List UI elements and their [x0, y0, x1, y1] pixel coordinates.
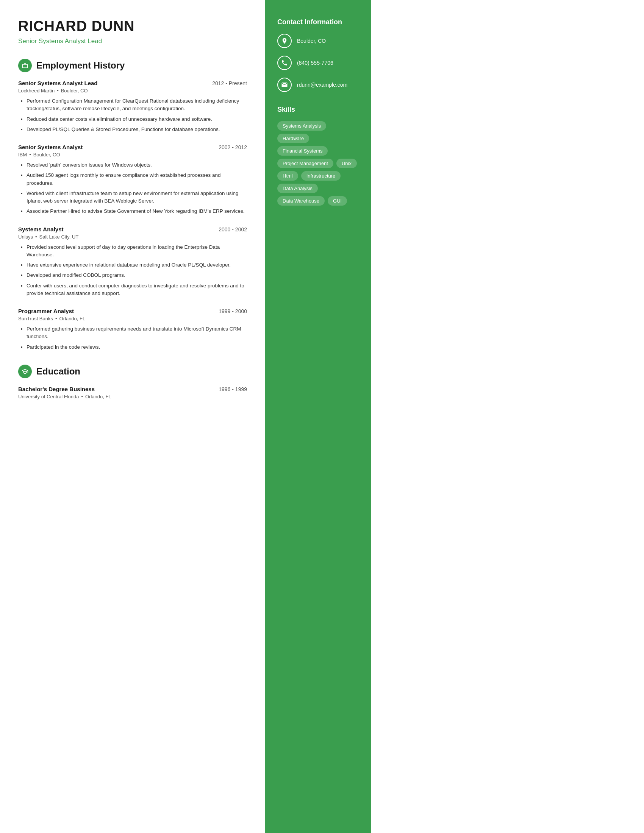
bullet: Worked with client infrastructure team t…: [27, 190, 247, 205]
job-bullets-0: Performed Configuration Management for C…: [18, 97, 247, 133]
phone-icon-wrap: [277, 56, 292, 70]
bullet: Developed PL/SQL Queries & Stored Proced…: [27, 126, 247, 133]
job-dates-0: 2012 - Present: [212, 80, 247, 86]
job-title-3: Programmer Analyst: [18, 308, 74, 314]
contact-section-title: Contact Information: [277, 18, 359, 26]
bullet: Performed Configuration Management for C…: [27, 97, 247, 113]
job-entry-1: Senior Systems Analyst 2002 - 2012 IBM •…: [18, 144, 247, 215]
education-section: Education Bachelor's Degree Business 199…: [18, 365, 247, 399]
job-title-2: Systems Analyst: [18, 226, 64, 233]
employment-icon: [18, 59, 32, 72]
skill-tag-0: Systems Analysis: [277, 121, 326, 130]
skill-tag-1: Hardware: [277, 133, 309, 143]
employment-section: Employment History Senior Systems Analys…: [18, 59, 247, 351]
job-company-2: Unisys • Salt Lake City, UT: [18, 234, 247, 240]
contact-phone: (840) 555-7706: [277, 56, 359, 70]
job-bullets-1: Resolved 'path' conversion issues for Wi…: [18, 161, 247, 215]
education-title: Education: [36, 366, 80, 377]
bullet: Audited 150 agent logs monthly to ensure…: [27, 172, 247, 187]
skill-tag-8: Data Warehouse: [277, 196, 325, 206]
bullet: Associate Partner Hired to advise State …: [27, 207, 247, 215]
bullet: Provided second level support of day to …: [27, 243, 247, 259]
bullet: Performed gathering business requirement…: [27, 325, 247, 341]
job-company-1: IBM • Boulder, CO: [18, 152, 247, 158]
skill-tag-7: Data Analysis: [277, 183, 318, 193]
education-icon: [18, 365, 32, 378]
job-bullets-3: Performed gathering business requirement…: [18, 325, 247, 351]
edu-school-0: University of Central Florida • Orlando,…: [18, 394, 247, 399]
candidate-name: RICHARD DUNN: [18, 18, 247, 34]
skill-tag-4: Unix: [336, 159, 357, 168]
job-dates-1: 2002 - 2012: [219, 144, 247, 150]
contact-email-text: rdunn@example.com: [297, 82, 348, 88]
edu-dates-0: 1996 - 1999: [219, 386, 247, 392]
job-entry-0: Senior Systems Analyst Lead 2012 - Prese…: [18, 80, 247, 133]
bullet: Developed and modified COBOL programs.: [27, 272, 247, 279]
edu-degree-0: Bachelor's Degree Business: [18, 386, 95, 392]
job-header-1: Senior Systems Analyst 2002 - 2012: [18, 144, 247, 150]
bullet: Participated in the code reviews.: [27, 343, 247, 351]
skill-tag-5: Html: [277, 171, 298, 181]
job-header-3: Programmer Analyst 1999 - 2000: [18, 308, 247, 314]
employment-title: Employment History: [36, 60, 125, 71]
bullet: Resolved 'path' conversion issues for Wi…: [27, 161, 247, 169]
main-content: RICHARD DUNN Senior Systems Analyst Lead…: [0, 0, 265, 833]
contact-email: rdunn@example.com: [277, 78, 359, 92]
sidebar: Contact Information Boulder, CO (840) 55…: [265, 0, 371, 833]
bullet: Have extensive experience in relational …: [27, 261, 247, 269]
skills-section: Skills Systems Analysis Hardware Financi…: [277, 106, 359, 206]
skill-tags-container: Systems Analysis Hardware Financial Syst…: [277, 121, 359, 206]
email-icon: [281, 81, 288, 88]
job-dates-3: 1999 - 2000: [219, 308, 247, 314]
job-title-1: Senior Systems Analyst: [18, 144, 82, 150]
location-icon: [281, 37, 288, 44]
skill-tag-2: Financial Systems: [277, 146, 328, 156]
education-section-header: Education: [18, 365, 247, 378]
job-header-0: Senior Systems Analyst Lead 2012 - Prese…: [18, 80, 247, 86]
job-entry-3: Programmer Analyst 1999 - 2000 SunTrust …: [18, 308, 247, 351]
location-icon-wrap: [277, 34, 292, 48]
bullet: Confer with users, and conduct computer …: [27, 282, 247, 298]
skill-tag-6: Infrastructure: [301, 171, 341, 181]
skill-tag-3: Project Management: [277, 159, 333, 168]
job-bullets-2: Provided second level support of day to …: [18, 243, 247, 298]
edu-header-0: Bachelor's Degree Business 1996 - 1999: [18, 386, 247, 392]
job-dates-2: 2000 - 2002: [219, 227, 247, 233]
edu-entry-0: Bachelor's Degree Business 1996 - 1999 U…: [18, 386, 247, 399]
contact-location-text: Boulder, CO: [297, 38, 326, 44]
skills-title: Skills: [277, 106, 359, 114]
bullet: Reduced data center costs via eliminatio…: [27, 116, 247, 123]
resume-header: RICHARD DUNN Senior Systems Analyst Lead: [18, 18, 247, 45]
job-header-2: Systems Analyst 2000 - 2002: [18, 226, 247, 233]
contact-location: Boulder, CO: [277, 34, 359, 48]
job-entry-2: Systems Analyst 2000 - 2002 Unisys • Sal…: [18, 226, 247, 298]
job-company-3: SunTrust Banks • Orlando, FL: [18, 316, 247, 322]
candidate-job-title: Senior Systems Analyst Lead: [18, 37, 247, 45]
employment-section-header: Employment History: [18, 59, 247, 72]
phone-icon: [281, 60, 288, 66]
job-title-0: Senior Systems Analyst Lead: [18, 80, 98, 86]
job-company-0: Lockheed Martin • Boulder, CO: [18, 88, 247, 93]
email-icon-wrap: [277, 78, 292, 92]
contact-phone-text: (840) 555-7706: [297, 60, 333, 66]
skill-tag-9: GUI: [328, 196, 347, 206]
